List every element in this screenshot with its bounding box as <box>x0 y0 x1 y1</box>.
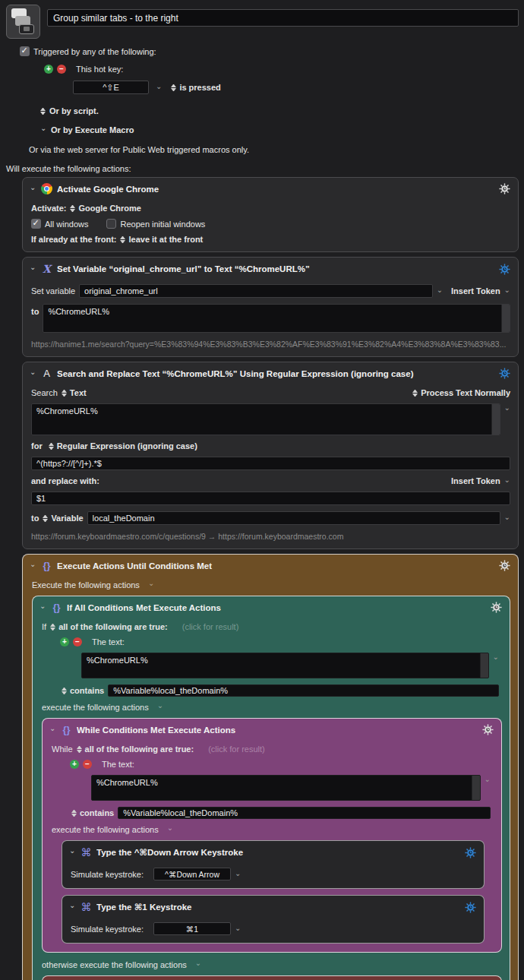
add-condition-button[interactable] <box>60 637 69 646</box>
conditions-match-popup[interactable]: all of the following are true: <box>50 622 168 631</box>
replace-with-label: and replace with: <box>31 476 99 485</box>
to-label: to <box>31 514 39 523</box>
execute-actions-row[interactable]: execute the following actions <box>42 703 502 712</box>
braces-icon <box>41 560 52 571</box>
search-text-textarea[interactable]: %ChromeURL% <box>31 403 500 435</box>
macro-editor: Triggered by any of the following: This … <box>0 0 524 980</box>
search-text-dropdown-icon[interactable] <box>504 404 510 412</box>
regex-input[interactable] <box>31 457 510 470</box>
variable-dropdown-icon[interactable] <box>437 286 443 294</box>
keystroke-field[interactable] <box>153 922 231 935</box>
gear-icon[interactable] <box>465 847 476 858</box>
or-execute-macro-row[interactable]: Or by Execute Macro <box>40 125 519 134</box>
front-popup[interactable]: leave it at the front <box>120 235 203 244</box>
keystroke-dropdown-icon[interactable] <box>235 870 241 877</box>
will-execute-label: Will execute the following actions: <box>6 164 519 173</box>
hotkey-mode-popup[interactable]: is pressed <box>171 83 220 92</box>
gear-icon[interactable] <box>499 368 510 379</box>
front-value: leave it at the front <box>128 235 203 244</box>
destination-dropdown-icon[interactable] <box>504 514 510 521</box>
regex-mode-popup[interactable]: Regular Expression (ignoring case) <box>49 441 197 450</box>
action-activate-chrome: Activate Google Chrome Activate: Google … <box>22 177 519 252</box>
destination-variable-input[interactable] <box>87 511 500 525</box>
or-script-row[interactable]: Or by script. <box>40 106 519 115</box>
add-trigger-button[interactable] <box>44 65 53 74</box>
collapse-icon[interactable] <box>30 184 36 191</box>
collapse-icon[interactable] <box>69 902 76 909</box>
insert-token-chevron-icon[interactable] <box>504 286 510 294</box>
collapse-icon[interactable] <box>39 602 46 610</box>
condition-text-textarea[interactable]: %ChromeURL% <box>81 653 489 678</box>
collapse-icon[interactable] <box>30 368 36 376</box>
remove-condition-button[interactable] <box>73 637 82 646</box>
conditions-match-value: all of the following are true: <box>85 744 194 754</box>
destination-popup[interactable]: Variable <box>43 514 83 523</box>
hotkey-value-row: is pressed <box>73 81 519 94</box>
variable-value-textarea[interactable]: %ChromeURL% <box>43 304 510 333</box>
otherwise-row[interactable]: otherwise execute the following actions <box>42 960 502 969</box>
hotkey-label: This hot key: <box>76 65 123 74</box>
gear-icon[interactable] <box>491 602 502 613</box>
add-condition-button[interactable] <box>70 760 79 769</box>
condition-dropdown-icon[interactable] <box>493 653 499 661</box>
variable-name-input[interactable] <box>79 284 433 298</box>
contains-popup[interactable]: contains <box>71 808 114 817</box>
contains-value-input[interactable] <box>118 807 491 819</box>
hotkey-dropdown-icon[interactable] <box>156 83 162 90</box>
execute-actions-label: execute the following actions <box>42 703 149 712</box>
contains-popup[interactable]: contains <box>62 686 104 695</box>
or-execute-macro-label: Or by Execute Macro <box>51 125 134 134</box>
triggered-checkbox[interactable] <box>20 46 30 56</box>
contains-value-input[interactable] <box>108 684 499 697</box>
insert-token-chevron-icon[interactable] <box>504 476 510 484</box>
keystroke-field[interactable] <box>153 868 231 880</box>
keystroke-dropdown-icon[interactable] <box>235 925 241 932</box>
insert-token-button[interactable]: Insert Token <box>451 286 500 296</box>
search-source-popup[interactable]: Text <box>62 388 87 397</box>
condition-text-textarea[interactable]: %ChromeURL% <box>91 775 481 801</box>
textarea-gutter[interactable] <box>491 404 500 435</box>
remove-condition-button[interactable] <box>83 760 92 769</box>
insert-token-button[interactable]: Insert Token <box>451 476 500 485</box>
process-mode-popup[interactable]: Process Text Normally <box>412 388 510 397</box>
activate-app-value: Google Chrome <box>78 204 141 213</box>
updown-icon <box>40 108 46 115</box>
textarea-gutter[interactable] <box>480 653 488 678</box>
collapse-icon[interactable] <box>69 847 76 855</box>
gear-icon[interactable] <box>465 902 476 913</box>
for-label: for <box>31 441 43 450</box>
condition-text-value: %ChromeURL% <box>96 778 158 787</box>
reopen-windows-label: Reopen initial windows <box>120 220 205 229</box>
updown-icon <box>412 390 418 397</box>
conditions-match-popup[interactable]: all of the following are true: <box>77 744 194 754</box>
activate-app-popup[interactable]: Google Chrome <box>70 204 141 213</box>
collapse-icon[interactable] <box>49 725 56 732</box>
collapse-icon[interactable] <box>30 264 36 271</box>
updown-icon <box>171 84 176 91</box>
hotkey-field[interactable] <box>73 81 149 94</box>
execute-actions-row[interactable]: Execute the following actions <box>32 580 510 590</box>
gear-icon[interactable] <box>499 264 510 275</box>
all-windows-checkbox[interactable] <box>31 219 41 229</box>
updown-icon <box>77 746 82 753</box>
textarea-gutter[interactable] <box>501 305 510 332</box>
textarea-gutter[interactable] <box>472 776 480 800</box>
click-for-result[interactable]: (click for result) <box>182 622 239 631</box>
gear-icon[interactable] <box>499 183 510 194</box>
execute-actions-row[interactable]: execute the following actions <box>52 825 494 834</box>
reopen-windows-checkbox[interactable] <box>106 219 116 229</box>
action-type-right-arrow: Type the ⌥⌘Right Arrow Keystroke Simulat… <box>42 975 502 980</box>
chrome-icon <box>41 183 52 194</box>
remove-trigger-button[interactable] <box>57 65 66 74</box>
gear-icon[interactable] <box>482 724 494 735</box>
regex-mode-value: Regular Expression (ignoring case) <box>57 441 197 450</box>
condition-dropdown-icon[interactable] <box>485 776 491 783</box>
click-for-result[interactable]: (click for result) <box>208 744 265 754</box>
replace-input[interactable] <box>31 492 510 505</box>
macro-title-input[interactable] <box>47 9 519 27</box>
action-list: Activate Google Chrome Activate: Google … <box>22 177 519 980</box>
gear-icon[interactable] <box>499 560 510 571</box>
collapse-icon[interactable] <box>30 561 36 568</box>
hotkey-mode-label: is pressed <box>179 83 220 92</box>
action-title: While Conditions Met Execute Actions <box>77 726 478 735</box>
